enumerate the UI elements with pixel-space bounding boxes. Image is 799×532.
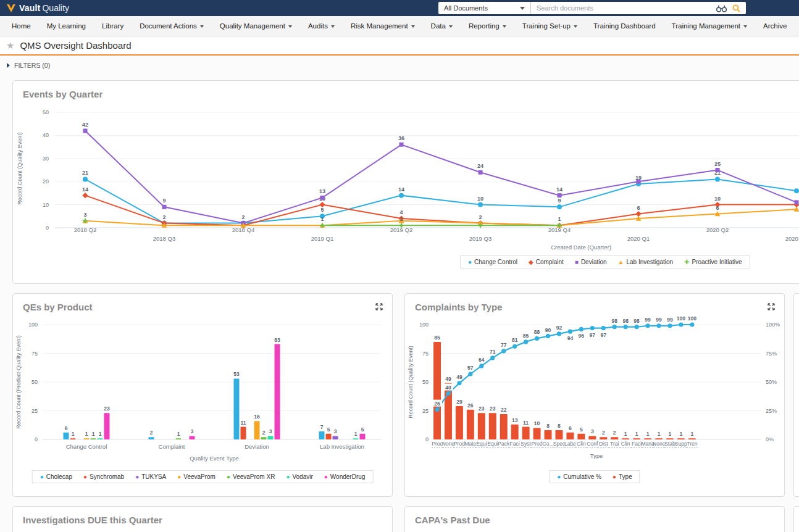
chevron-down-icon (411, 25, 415, 28)
svg-text:8: 8 (558, 423, 561, 429)
menu-item-document-actions[interactable]: Document Actions (132, 16, 212, 36)
svg-text:Quality Event Type: Quality Event Type (190, 455, 239, 462)
svg-text:1: 1 (92, 431, 95, 437)
search-input[interactable] (531, 2, 716, 14)
menu-item-data[interactable]: Data (423, 16, 461, 36)
legend-item-tukysa[interactable]: ●TUKYSA (135, 473, 166, 480)
circle-icon: ● (613, 474, 616, 480)
svg-text:88: 88 (534, 329, 540, 335)
svg-text:11: 11 (241, 420, 246, 426)
svg-text:2: 2 (262, 430, 266, 436)
legend-item-veevaprom-xr[interactable]: ●VeevaProm XR (227, 473, 275, 480)
svg-text:100%: 100% (766, 322, 780, 328)
expand-icon[interactable] (766, 302, 776, 312)
legend-item-deviation[interactable]: ■Deviation (575, 259, 607, 265)
svg-text:Supp: Supp (675, 441, 687, 447)
svg-text:25%: 25% (766, 408, 777, 414)
svg-text:77: 77 (501, 342, 507, 348)
logo-primary-text: Vault (19, 3, 40, 13)
menu-item-archive[interactable]: Archive (755, 16, 795, 36)
search-icon[interactable] (732, 4, 740, 12)
svg-text:Labe: Labe (564, 441, 576, 447)
circle-icon: ● (135, 474, 139, 480)
svg-text:26: 26 (467, 402, 474, 409)
favorite-star-icon[interactable]: ★ (6, 40, 14, 51)
svg-text:90: 90 (545, 327, 551, 333)
legend-item-synchromab[interactable]: ●Synchromab (83, 473, 124, 480)
svg-text:Dist: Dist (599, 441, 608, 447)
complaints-by-type-chart: 00%2525%5050%7575%100100%85Proc49None29P… (405, 312, 784, 467)
circle-icon: ● (177, 474, 181, 480)
svg-text:None: None (442, 441, 455, 447)
svg-text:1: 1 (320, 216, 324, 222)
menu-item-training-management[interactable]: Training Management (664, 16, 755, 36)
menu-item-risk-management[interactable]: Risk Management (343, 16, 423, 36)
svg-text:Record Count (Quality Event): Record Count (Quality Event) (17, 132, 23, 205)
svg-text:6: 6 (65, 425, 68, 431)
legend-item-complaint[interactable]: ◆Complaint (529, 259, 564, 265)
svg-text:36: 36 (398, 135, 404, 141)
chevron-down-icon (331, 25, 335, 28)
complaints-by-type-card: Complaints by Type 00%2525%5050%7575%100… (404, 293, 785, 497)
svg-text:29: 29 (456, 399, 462, 405)
legend-label: Complaint (536, 259, 564, 265)
svg-text:14: 14 (556, 186, 563, 193)
svg-text:50%: 50% (766, 379, 777, 385)
legend-item-veevaprom[interactable]: ●VeevaProm (177, 473, 215, 480)
svg-text:85: 85 (434, 335, 440, 341)
menu-item-label: Risk Management (351, 22, 408, 30)
legend-label: WonderDrug (330, 473, 366, 480)
svg-text:Faci: Faci (510, 441, 520, 447)
menu-item-library[interactable]: Library (94, 16, 132, 36)
expand-icon[interactable] (374, 302, 384, 312)
legend-item-type[interactable]: ●Type (613, 473, 632, 480)
svg-text:2: 2 (479, 214, 482, 220)
menu-item-training-dashboard[interactable]: Training Dashboard (585, 16, 664, 36)
legend-item-wonderdrug[interactable]: ●WonderDrug (324, 473, 366, 480)
svg-text:99: 99 (645, 317, 651, 323)
logo-secondary-text: Quality (42, 3, 69, 13)
svg-text:Equi: Equi (487, 441, 498, 447)
svg-text:1: 1 (177, 431, 180, 437)
vault-logo[interactable]: Vault Quality (6, 0, 69, 16)
svg-text:85: 85 (523, 333, 529, 339)
menu-item-label: Reporting (469, 22, 500, 30)
menu-item-audits[interactable]: Audits (300, 16, 343, 36)
menu-item-reporting[interactable]: Reporting (461, 16, 514, 36)
menu-item-my-learning[interactable]: My Learning (39, 16, 94, 36)
legend-item-lab-investigation[interactable]: ▲Lab Investigation (618, 259, 674, 265)
svg-text:1: 1 (399, 216, 403, 222)
svg-text:98: 98 (634, 318, 640, 324)
svg-text:49: 49 (445, 376, 451, 382)
search-scope-select[interactable]: All Documents (438, 2, 531, 14)
svg-text:96: 96 (579, 333, 585, 339)
legend-item-cumulative[interactable]: ●Cumulative % (557, 473, 601, 480)
svg-text:6: 6 (637, 205, 640, 211)
chevron-down-icon (574, 25, 577, 28)
legend-item-proactive-initiative[interactable]: ✚Proactive Initiative (684, 259, 742, 265)
chevron-down-icon (520, 7, 525, 10)
legend-item-cholecap[interactable]: ●Cholecap (40, 473, 72, 480)
global-search: All Documents (438, 2, 746, 14)
svg-text:21: 21 (82, 170, 88, 176)
chevron-right-icon (7, 63, 10, 68)
menu-item-training-set-up[interactable]: Training Set-up (514, 16, 585, 36)
filters-toggle[interactable]: FILTERS (0) (0, 57, 50, 74)
svg-text:10: 10 (43, 202, 49, 208)
svg-text:75%: 75% (766, 351, 777, 357)
menu-item-home[interactable]: Home (4, 16, 39, 36)
menu-item-label: Training Management (672, 22, 740, 30)
svg-text:5: 5 (580, 426, 583, 433)
legend-item-change-control[interactable]: ●Change Control (468, 259, 517, 265)
binoculars-icon[interactable] (716, 4, 727, 12)
svg-text:2020 Q1: 2020 Q1 (627, 235, 650, 242)
legend-item-vodavir[interactable]: ●Vodavir (286, 473, 312, 480)
svg-text:Equi: Equi (476, 441, 487, 447)
legend-label: Vodavir (292, 473, 312, 480)
svg-text:24: 24 (477, 163, 483, 169)
menu-item-quality-management[interactable]: Quality Management (212, 16, 300, 36)
svg-text:Type: Type (590, 452, 603, 459)
svg-text:2020 Q2: 2020 Q2 (706, 227, 729, 233)
svg-text:97: 97 (601, 332, 607, 338)
svg-text:Nonc: Nonc (653, 441, 666, 447)
